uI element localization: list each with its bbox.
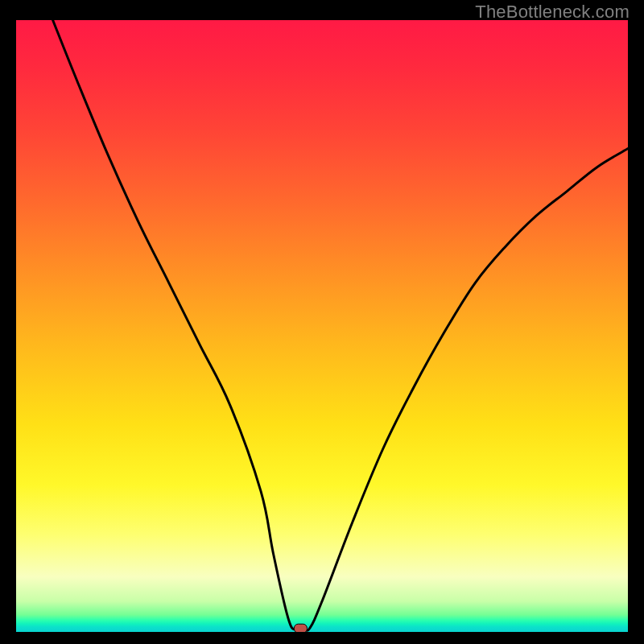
- bottleneck-curve: [53, 20, 628, 630]
- minimum-marker: [294, 624, 307, 632]
- chart-plot-area: [16, 20, 628, 632]
- chart-frame: TheBottleneck.com: [0, 0, 644, 644]
- chart-svg: [16, 20, 628, 632]
